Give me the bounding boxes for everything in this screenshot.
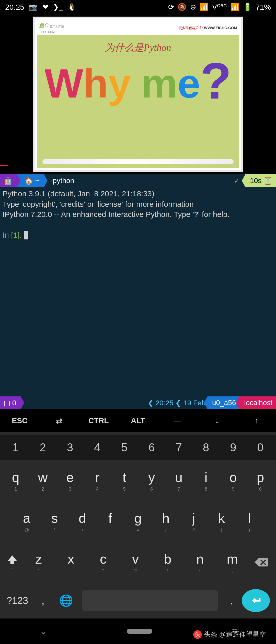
slide-container: 鱼C 鱼C工作室FISHC.COM 更多课程请关注: WWW.FISHC.COM…: [0, 14, 276, 174]
key-4[interactable]: 4: [84, 441, 111, 454]
key-f[interactable]: f-: [96, 511, 124, 533]
key-0[interactable]: 0: [247, 441, 274, 454]
key-h[interactable]: h/: [152, 511, 180, 533]
watermark: 头 头条 @追逐仰望星空: [193, 630, 266, 639]
soft-keyboard: 1 2 3 4 5 6 7 8 9 0 q1w2e3r4t5y6u7i8o9p0…: [0, 432, 276, 644]
key-n[interactable]: n~: [184, 551, 216, 574]
volte-icon: Vᴼ⁵ᴳ: [212, 3, 227, 11]
key-a[interactable]: a@: [13, 511, 41, 533]
key-5[interactable]: 5: [111, 441, 138, 454]
symbols-key[interactable]: ?123: [2, 595, 33, 606]
terminal-statusbar: ▢ 0 ↑ ❮ 20:25 ❮ 19 Feb u0_a56 localhost: [0, 396, 276, 409]
key-u[interactable]: u7: [165, 470, 192, 492]
key-p[interactable]: p0: [247, 470, 274, 492]
key-2[interactable]: 2: [29, 441, 56, 454]
check-icon: ✓: [234, 177, 240, 185]
tab-chip: ▢ 0: [0, 396, 21, 409]
bottom-row: ?123 , 🌐 .: [0, 583, 276, 618]
key-1[interactable]: 1: [2, 441, 29, 454]
key-r[interactable]: r4: [84, 470, 111, 492]
qwerty-row-3: — z'x:c"v?b!n~m,: [0, 542, 276, 583]
user-chip: u0_a56: [208, 396, 239, 409]
toutiao-icon: 头: [193, 630, 202, 639]
dash-key[interactable]: ―: [158, 416, 197, 425]
key-q[interactable]: q1: [2, 470, 29, 492]
app-icon: 📷: [29, 3, 38, 11]
qwerty-row-2: a@s*d+f-g=h/j#k(l): [0, 501, 276, 542]
space-key[interactable]: [82, 590, 218, 611]
nav-down-icon[interactable]: ⌄: [40, 626, 47, 637]
wifi-icon: 📶: [200, 3, 209, 11]
key-g[interactable]: g=: [124, 511, 152, 533]
key-i[interactable]: i8: [192, 470, 220, 492]
key-3[interactable]: 3: [56, 441, 84, 454]
host-chip: localhost: [239, 396, 276, 409]
whyme-text: Why me?: [42, 63, 234, 106]
key-l[interactable]: l): [235, 511, 263, 533]
backspace-key[interactable]: [248, 557, 274, 567]
terminal-output[interactable]: Python 3.9.1 (default, Jan 8 2021, 21:18…: [0, 187, 276, 396]
esc-key[interactable]: ESC: [0, 416, 39, 425]
key-m[interactable]: m,: [216, 551, 248, 574]
mute-icon: 🔕: [178, 3, 187, 11]
key-b[interactable]: b!: [152, 551, 184, 574]
key-8[interactable]: 8: [192, 441, 220, 454]
key-7[interactable]: 7: [165, 441, 192, 454]
status-time: 20:25: [5, 3, 24, 11]
dnd-icon: ⊖: [190, 3, 196, 11]
key-z[interactable]: z': [22, 551, 55, 574]
language-key[interactable]: 🌐: [53, 594, 79, 607]
termux-extra-keys: ESC ⇄ CTRL ALT ― ↓ ↑: [0, 409, 276, 432]
key-o[interactable]: o9: [220, 470, 247, 492]
key-y[interactable]: y6: [138, 470, 165, 492]
penguin-icon: 🐧: [67, 3, 76, 11]
nav-pill[interactable]: [127, 629, 152, 634]
shift-key[interactable]: —: [2, 554, 22, 570]
terminal-icon: ❯_: [53, 3, 63, 11]
slide-logo: 鱼C 鱼C工作室FISHC.COM: [39, 22, 64, 34]
terminal-header: 🤖 🏠 ~ ipython ✓ 10s ⏳: [0, 174, 276, 187]
signal-icon: 📶: [231, 3, 239, 11]
down-key[interactable]: ↓: [197, 416, 236, 425]
prompt-in: In [: [3, 231, 13, 239]
up-key[interactable]: ↑: [237, 416, 276, 425]
sync-icon: ⟳: [168, 3, 174, 11]
command-chip: ipython: [44, 174, 79, 187]
enter-key[interactable]: [242, 589, 270, 612]
comma-key[interactable]: ,: [33, 594, 53, 607]
alt-key[interactable]: ALT: [118, 416, 158, 425]
android-statusbar: 20:25 📷 ❤ ❯_ 🐧 ⟳ 🔕 ⊖ 📶 Vᴼ⁵ᴳ 📶 🔋 71%: [0, 0, 276, 14]
tab-key[interactable]: ⇄: [39, 416, 79, 425]
home-chip: 🏠 ~: [17, 174, 44, 187]
key-s[interactable]: s*: [41, 511, 68, 533]
progress-indicator: [0, 165, 8, 166]
key-e[interactable]: e3: [56, 470, 84, 492]
battery-icon: 🔋: [243, 3, 252, 11]
terminal-line: IPython 7.20.0 -- An enhanced Interactiv…: [3, 210, 229, 218]
android-chip: 🤖: [0, 174, 17, 187]
key-t[interactable]: t5: [111, 470, 138, 492]
key-d[interactable]: d+: [68, 511, 96, 533]
key-c[interactable]: c": [87, 551, 119, 574]
slide-url: 更多课程请关注: WWW.FISHC.COM: [179, 26, 237, 30]
key-6[interactable]: 6: [138, 441, 165, 454]
key-k[interactable]: k(: [208, 511, 235, 533]
qwerty-row-1: q1w2e3r4t5y6u7i8o9p0: [0, 460, 276, 501]
cursor: [24, 231, 28, 239]
number-row: 1 2 3 4 5 6 7 8 9 0: [0, 435, 276, 460]
slide: 鱼C 鱼C工作室FISHC.COM 更多课程请关注: WWW.FISHC.COM…: [33, 17, 243, 172]
key-v[interactable]: v?: [119, 551, 152, 574]
terminal-line: Python 3.9.1 (default, Jan 8 2021, 21:18…: [3, 189, 154, 198]
heart-icon: ❤: [42, 3, 48, 11]
ctrl-key[interactable]: CTRL: [79, 416, 118, 425]
duration-chip: 10s ⏳: [245, 174, 276, 187]
time-chip: ❮ 20:25 ❮ 19 Feb: [148, 399, 208, 407]
battery-pct: 71%: [256, 3, 271, 11]
key-9[interactable]: 9: [220, 441, 247, 454]
key-w[interactable]: w2: [29, 470, 56, 492]
key-x[interactable]: x:: [55, 551, 87, 574]
key-j[interactable]: j#: [180, 511, 208, 533]
terminal-line: Type 'copyright', 'credits' or 'license'…: [3, 200, 194, 208]
period-key[interactable]: .: [221, 594, 242, 607]
